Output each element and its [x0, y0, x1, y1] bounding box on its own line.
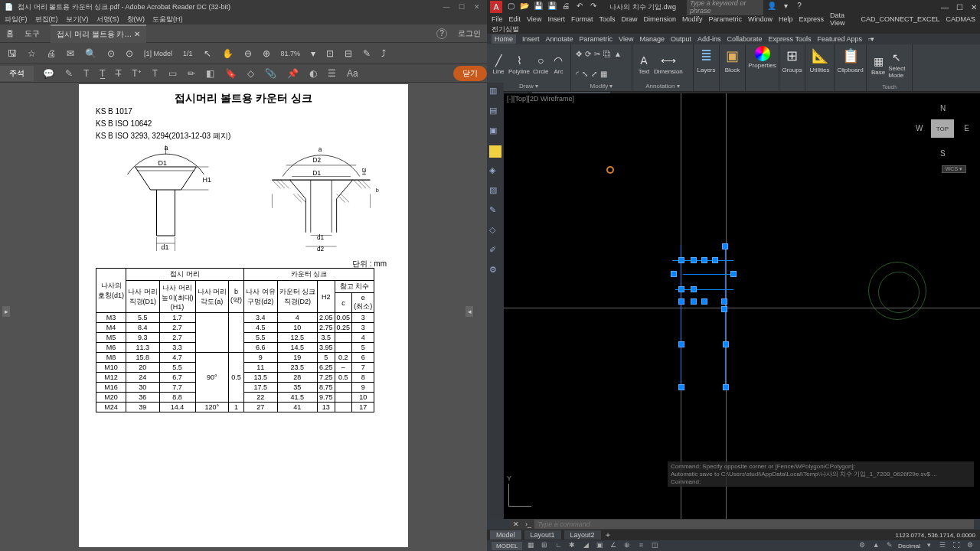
tab-layout2[interactable]: Layout2 — [564, 530, 601, 540]
menu-insert[interactable]: Insert — [547, 15, 565, 23]
pointer-icon[interactable]: ↖ — [204, 48, 211, 59]
undo-icon[interactable]: ↶ — [574, 2, 585, 12]
stamp-icon[interactable]: 🔖 — [225, 68, 237, 79]
groups-button[interactable]: ⊞Groups — [784, 46, 800, 73]
close-annotation-button[interactable]: 닫기 — [453, 66, 487, 81]
menu-edit[interactable]: 편집(E) — [35, 15, 58, 24]
utilities-button[interactable]: 📐Utilities — [810, 46, 829, 73]
tab-express[interactable]: Express Tools — [769, 35, 812, 43]
grip[interactable] — [678, 341, 684, 347]
menu-file[interactable]: 파일(F) — [5, 15, 28, 24]
tab-insert[interactable]: Insert — [522, 35, 540, 43]
select-button[interactable]: ↖Select Mode — [888, 51, 905, 79]
hand-icon[interactable]: ✋ — [222, 48, 234, 59]
anno-icon[interactable]: ▲ — [871, 541, 881, 550]
zoom-level[interactable]: 81.7% — [281, 50, 301, 57]
plot-icon[interactable]: 🖨 — [560, 2, 571, 12]
polar-icon[interactable]: ✱ — [567, 541, 577, 550]
wcs-indicator[interactable]: WCS ▾ — [942, 165, 966, 173]
prev-page-icon[interactable]: ⊙ — [107, 48, 115, 59]
cs-icon[interactable]: ☰ — [937, 541, 948, 550]
viewport-label[interactable]: [-][Top][2D Wireframe] — [507, 95, 574, 103]
grip[interactable] — [723, 384, 729, 390]
array-icon[interactable]: ▦ — [600, 70, 607, 78]
menu-view[interactable]: View — [527, 15, 541, 23]
help-icon[interactable]: ? — [794, 2, 805, 12]
tab-layout1[interactable]: Layout1 — [524, 530, 561, 540]
cmdline-close-icon[interactable]: ✕ — [510, 520, 522, 528]
grip[interactable] — [712, 257, 718, 263]
cloud-icon[interactable]: ▾ — [780, 2, 791, 12]
grip[interactable] — [691, 286, 697, 292]
grip[interactable] — [701, 298, 707, 305]
text-style-icon[interactable]: Aa — [347, 68, 358, 79]
trans-icon[interactable]: ◫ — [649, 541, 660, 550]
viewcube-top[interactable]: TOP — [931, 119, 954, 138]
replace-text-icon[interactable]: T — [152, 68, 158, 79]
grip[interactable] — [721, 298, 727, 305]
scale-icon[interactable]: ⤢ — [591, 70, 597, 78]
fit-width-icon[interactable]: ⊟ — [345, 48, 352, 59]
tab-output[interactable]: Output — [671, 35, 691, 43]
tab-collaborate[interactable]: Collaborate — [727, 35, 763, 43]
modify-panel-label[interactable]: Modify ▾ — [576, 82, 627, 90]
grip[interactable] — [691, 298, 697, 305]
snap-icon[interactable]: ⊞ — [539, 541, 550, 550]
layers-button[interactable]: ≣Layers — [698, 46, 714, 73]
mail-icon[interactable]: ✉ — [67, 48, 74, 59]
menu-dataview[interactable]: Data View — [830, 11, 854, 27]
donut-marker[interactable] — [606, 166, 614, 174]
tab-expand-icon[interactable]: ▫▾ — [868, 35, 874, 43]
grip[interactable] — [721, 306, 727, 312]
tab-featured[interactable]: Featured Apps — [817, 35, 862, 43]
base-button[interactable]: ▦Base — [871, 54, 885, 76]
add-layout-icon[interactable]: ＋ — [604, 530, 612, 540]
osnap-icon[interactable]: ▣ — [594, 541, 605, 550]
splitter-left[interactable]: ▸ — [2, 306, 10, 317]
fit-icon[interactable]: ⊡ — [326, 48, 334, 59]
mirror-icon[interactable]: ▲ — [614, 50, 622, 58]
tab-addins[interactable]: Add-ins — [697, 35, 721, 43]
close-button[interactable]: ✕ — [971, 3, 977, 11]
insert-text-icon[interactable]: Tᐩ — [132, 68, 141, 79]
clipboard-button[interactable]: 📋Clipboard — [839, 46, 861, 73]
maximize-button[interactable]: ☐ — [956, 3, 963, 11]
grip[interactable] — [701, 257, 707, 263]
iso-icon[interactable]: ◢ — [580, 541, 591, 550]
grip[interactable] — [678, 298, 684, 305]
page-viewport[interactable]: 접시머리 볼트용 카운터 싱크 KS B 1017 KS B ISO 10642… — [0, 83, 487, 551]
login-button[interactable]: 로그인 — [458, 28, 481, 39]
copy-icon[interactable]: ⿻ — [603, 50, 611, 58]
save-icon[interactable]: 💾 — [533, 2, 544, 12]
tab-model[interactable]: Model — [490, 530, 521, 540]
minimize-button[interactable]: — — [441, 3, 452, 11]
ws-icon[interactable]: ⚙ — [857, 541, 867, 550]
ortho-icon[interactable]: ∟ — [553, 541, 564, 550]
underline-icon[interactable]: T̲ — [100, 68, 105, 79]
star-icon[interactable]: ☆ — [28, 48, 36, 59]
properties-button[interactable]: Properties — [750, 46, 774, 69]
menu-window[interactable]: Window — [748, 15, 773, 23]
move-icon[interactable]: ✥ — [576, 50, 582, 58]
nav-wheel-icon[interactable] — [868, 262, 926, 320]
vcmd-6-icon[interactable]: ▨ — [489, 185, 501, 197]
shapes-icon[interactable]: ◇ — [247, 68, 254, 79]
grip[interactable] — [678, 286, 684, 292]
tab-manage[interactable]: Manage — [639, 35, 665, 43]
page-indicator[interactable]: [1] Model — [144, 50, 172, 57]
redo-icon[interactable]: ↷ — [588, 2, 599, 12]
stretch-icon[interactable]: ⤡ — [582, 70, 588, 78]
viewcube-n[interactable]: N — [940, 104, 946, 112]
menu-format[interactable]: Format — [571, 15, 593, 23]
grip[interactable] — [730, 271, 737, 277]
viewcube[interactable]: TOP N S E W — [916, 101, 969, 158]
model-badge[interactable]: MODEL — [492, 542, 522, 550]
viewcube-s[interactable]: S — [940, 149, 946, 158]
fillet-icon[interactable]: ◜ — [576, 70, 579, 78]
menu-help[interactable]: Help — [779, 15, 793, 23]
menu-cadconnect[interactable]: CAD_CONNECT_EXCEL — [861, 15, 939, 23]
autocad-logo-icon[interactable]: A — [490, 1, 502, 13]
pin-icon[interactable]: 📌 — [287, 68, 299, 79]
signin-icon[interactable]: 👤 — [766, 2, 777, 12]
menu-cadmas[interactable]: CADMAS — [946, 15, 975, 23]
